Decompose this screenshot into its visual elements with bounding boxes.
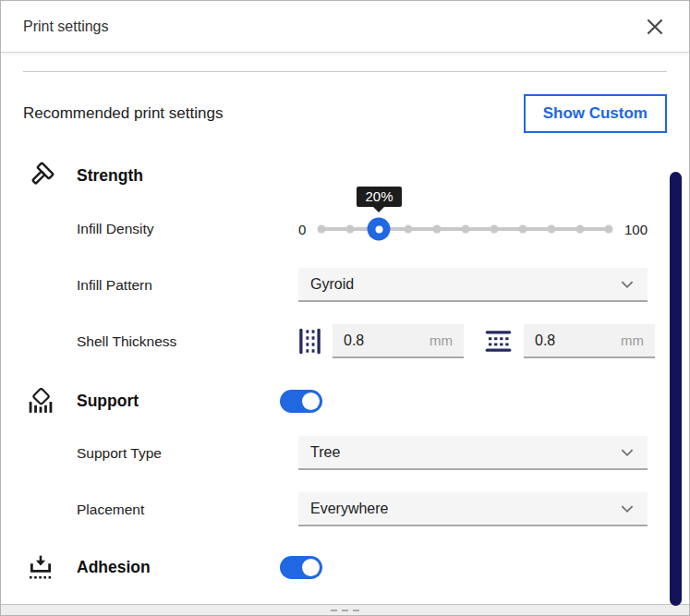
slider-min-label: 0 (298, 222, 306, 237)
infill-density-slider-handle[interactable] (368, 218, 391, 241)
show-custom-button[interactable]: Show Custom (524, 94, 667, 133)
support-type-label: Support Type (77, 445, 298, 462)
toggle-knob (302, 559, 320, 576)
infill-pattern-label: Infill Pattern (77, 277, 298, 294)
slider-tick[interactable] (318, 225, 326, 234)
infill-density-row: Infill Density 0 20% 100 (77, 212, 648, 246)
slider-max-label: 100 (624, 222, 648, 237)
infill-pattern-dropdown[interactable]: Gyroid (298, 268, 648, 302)
slider-tick[interactable] (575, 225, 584, 234)
divider (23, 71, 667, 72)
support-section-header: Support (27, 384, 667, 417)
shell-thickness-label: Shell Thickness (77, 333, 298, 350)
slider-tick[interactable] (404, 225, 412, 234)
placement-label: Placement (77, 501, 298, 518)
shell-thickness-row: Shell Thickness mm (77, 324, 648, 358)
infill-pattern-value: Gyroid (310, 276, 354, 293)
chevron-down-icon (619, 501, 636, 517)
close-button[interactable] (641, 13, 669, 41)
placement-value: Everywhere (310, 501, 388, 517)
slider-tick[interactable] (518, 225, 527, 234)
adhesion-section-header: Adhesion (27, 550, 667, 584)
chevron-down-icon (619, 276, 636, 293)
vertical-scrollbar-thumb[interactable] (670, 172, 682, 606)
slider-tick[interactable] (547, 225, 555, 234)
adhesion-title: Adhesion (77, 558, 280, 577)
top-bottom-thickness-input[interactable] (535, 332, 615, 349)
slider-tick[interactable] (432, 225, 441, 234)
dialog-title: Print settings (23, 18, 108, 35)
slider-value-tooltip: 20% (357, 187, 401, 207)
slider-tick[interactable] (604, 225, 612, 234)
wall-thickness-input[interactable] (344, 332, 424, 349)
slider-tick[interactable] (461, 225, 469, 234)
slider-tick[interactable] (346, 225, 355, 234)
infill-density-track[interactable]: 20% (321, 227, 609, 231)
resize-handle[interactable] (1, 604, 689, 615)
strength-section-header: Strength (27, 159, 667, 192)
hammer-icon (27, 162, 58, 189)
wall-thickness-icon (298, 327, 321, 356)
infill-density-label: Infill Density (77, 221, 298, 237)
support-structure-icon (27, 388, 58, 414)
strength-title: Strength (77, 166, 280, 186)
wall-thickness-field[interactable]: mm (333, 324, 464, 358)
placement-dropdown[interactable]: Everywhere (298, 492, 648, 526)
resize-grip-dash (353, 610, 359, 611)
support-type-value: Tree (310, 444, 340, 461)
adhesion-toggle[interactable] (280, 556, 322, 579)
slider-tick[interactable] (490, 225, 498, 234)
wall-thickness-unit: mm (430, 332, 453, 348)
close-icon (643, 15, 667, 39)
resize-grip-dash (331, 610, 337, 611)
adhesion-icon (27, 554, 58, 580)
dialog-header: Print settings (1, 1, 689, 53)
support-type-dropdown[interactable]: Tree (298, 436, 648, 470)
support-title: Support (77, 392, 280, 411)
resize-grip-dash (342, 610, 348, 611)
toggle-knob (302, 393, 320, 410)
support-type-row: Support Type Tree (77, 436, 648, 470)
top-bottom-thickness-unit: mm (621, 332, 644, 348)
recommended-settings-heading: Recommended print settings (23, 104, 223, 123)
top-bottom-thickness-icon (484, 330, 513, 353)
infill-pattern-row: Infill Pattern Gyroid (77, 268, 648, 302)
top-bottom-thickness-field[interactable]: mm (524, 324, 655, 358)
placement-row: Placement Everywhere (77, 492, 648, 526)
support-toggle[interactable] (280, 390, 322, 413)
heading-row: Recommended print settings Show Custom (23, 94, 667, 133)
chevron-down-icon (619, 444, 636, 461)
